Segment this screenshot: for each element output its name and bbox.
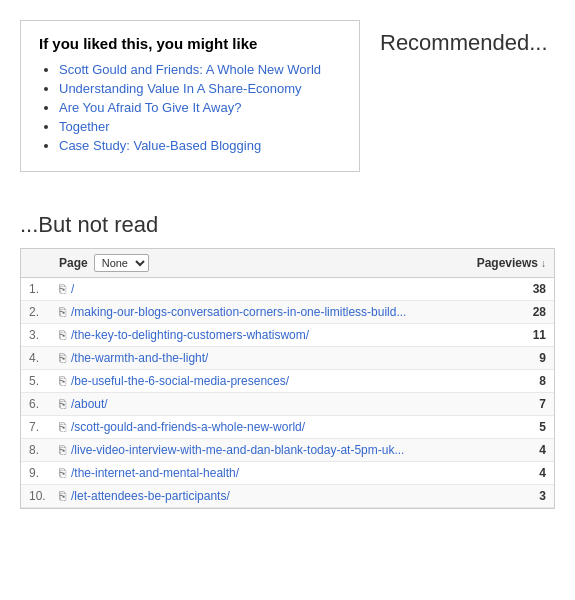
page-link[interactable]: /the-key-to-delighting-customers-whatisw… [71, 328, 309, 342]
row-pageviews: 7 [446, 397, 546, 411]
table-row: 2.⎘/making-our-blogs-conversation-corner… [21, 301, 554, 324]
page-link[interactable]: /the-internet-and-mental-health/ [71, 466, 239, 480]
sort-arrow-icon: ↓ [541, 258, 546, 269]
page-icon: ⎘ [59, 420, 66, 434]
page-link[interactable]: /the-warmth-and-the-light/ [71, 351, 208, 365]
row-pageviews: 5 [446, 420, 546, 434]
row-number: 3. [29, 328, 59, 342]
row-page: ⎘/live-video-interview-with-me-and-dan-b… [59, 443, 446, 457]
page-icon: ⎘ [59, 443, 66, 457]
row-number: 9. [29, 466, 59, 480]
table-row: 1.⎘/38 [21, 278, 554, 301]
row-pageviews: 4 [446, 466, 546, 480]
table-row: 5.⎘/be-useful-the-6-social-media-presenc… [21, 370, 554, 393]
page-link[interactable]: /about/ [71, 397, 108, 411]
recommendation-link[interactable]: Together [59, 119, 110, 134]
table-header: Page None Pageviews ↓ [21, 249, 554, 278]
page-link[interactable]: /let-attendees-be-participants/ [71, 489, 230, 503]
recommendation-list-item: Case Study: Value-Based Blogging [59, 138, 341, 153]
row-page: ⎘/about/ [59, 397, 446, 411]
table-row: 3.⎘/the-key-to-delighting-customers-what… [21, 324, 554, 347]
row-page: ⎘/the-warmth-and-the-light/ [59, 351, 446, 365]
row-page: ⎘/the-internet-and-mental-health/ [59, 466, 446, 480]
page-link[interactable]: /making-our-blogs-conversation-corners-i… [71, 305, 406, 319]
row-page: ⎘/the-key-to-delighting-customers-whatis… [59, 328, 446, 342]
row-pageviews: 28 [446, 305, 546, 319]
row-number: 2. [29, 305, 59, 319]
table-row: 6.⎘/about/7 [21, 393, 554, 416]
recommendation-link[interactable]: Scott Gould and Friends: A Whole New Wor… [59, 62, 321, 77]
row-pageviews: 38 [446, 282, 546, 296]
page-icon: ⎘ [59, 374, 66, 388]
but-not-read-label: ...But not read [0, 182, 575, 248]
recommendation-link[interactable]: Understanding Value In A Share-Economy [59, 81, 302, 96]
page-link[interactable]: /live-video-interview-with-me-and-dan-bl… [71, 443, 404, 457]
page-icon: ⎘ [59, 397, 66, 411]
recommendation-list-item: Scott Gould and Friends: A Whole New Wor… [59, 62, 341, 77]
pageviews-table: Page None Pageviews ↓ 1.⎘/382.⎘/making-o… [20, 248, 555, 509]
page-icon: ⎘ [59, 351, 66, 365]
row-page: ⎘/be-useful-the-6-social-media-presences… [59, 374, 446, 388]
page-link[interactable]: /be-useful-the-6-social-media-presences/ [71, 374, 289, 388]
table-body: 1.⎘/382.⎘/making-our-blogs-conversation-… [21, 278, 554, 508]
page-icon: ⎘ [59, 328, 66, 342]
recommendation-link[interactable]: Case Study: Value-Based Blogging [59, 138, 261, 153]
recommendation-link[interactable]: Are You Afraid To Give It Away? [59, 100, 241, 115]
table-row: 4.⎘/the-warmth-and-the-light/9 [21, 347, 554, 370]
row-pageviews: 8 [446, 374, 546, 388]
recommendation-list-item: Together [59, 119, 341, 134]
row-number: 4. [29, 351, 59, 365]
row-number: 5. [29, 374, 59, 388]
row-page: ⎘/ [59, 282, 446, 296]
table-row: 10.⎘/let-attendees-be-participants/3 [21, 485, 554, 508]
row-number: 7. [29, 420, 59, 434]
page-link[interactable]: / [71, 282, 74, 296]
page-icon: ⎘ [59, 282, 66, 296]
row-page: ⎘/scott-gould-and-friends-a-whole-new-wo… [59, 420, 446, 434]
col-pageviews: Pageviews ↓ [446, 256, 546, 270]
recommendation-heading: If you liked this, you might like [39, 35, 341, 52]
recommendation-list: Scott Gould and Friends: A Whole New Wor… [39, 62, 341, 153]
row-number: 8. [29, 443, 59, 457]
recommendation-list-item: Understanding Value In A Share-Economy [59, 81, 341, 96]
table-row: 8.⎘/live-video-interview-with-me-and-dan… [21, 439, 554, 462]
row-pageviews: 9 [446, 351, 546, 365]
page-link[interactable]: /scott-gould-and-friends-a-whole-new-wor… [71, 420, 305, 434]
row-pageviews: 11 [446, 328, 546, 342]
row-number: 6. [29, 397, 59, 411]
recommendation-box: If you liked this, you might like Scott … [20, 20, 360, 172]
page-icon: ⎘ [59, 466, 66, 480]
row-number: 10. [29, 489, 59, 503]
recommended-label: Recommended... [380, 20, 548, 56]
table-row: 9.⎘/the-internet-and-mental-health/4 [21, 462, 554, 485]
row-page: ⎘/let-attendees-be-participants/ [59, 489, 446, 503]
top-section: If you liked this, you might like Scott … [0, 0, 575, 182]
col-page: Page None [59, 254, 446, 272]
recommendation-list-item: Are You Afraid To Give It Away? [59, 100, 341, 115]
page-icon: ⎘ [59, 489, 66, 503]
table-row: 7.⎘/scott-gould-and-friends-a-whole-new-… [21, 416, 554, 439]
row-number: 1. [29, 282, 59, 296]
row-pageviews: 3 [446, 489, 546, 503]
page-icon: ⎘ [59, 305, 66, 319]
page-filter-select[interactable]: None [94, 254, 149, 272]
row-pageviews: 4 [446, 443, 546, 457]
row-page: ⎘/making-our-blogs-conversation-corners-… [59, 305, 446, 319]
